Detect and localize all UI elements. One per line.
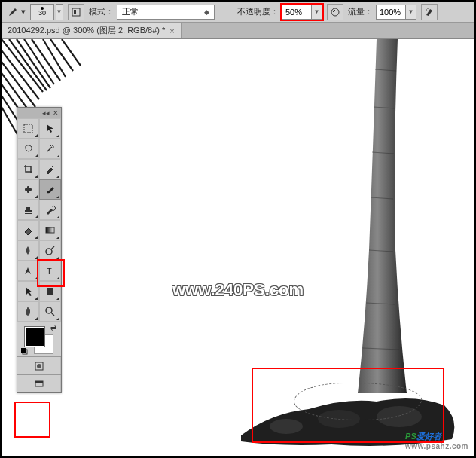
tablet-pressure-opacity-icon[interactable] xyxy=(327,4,343,20)
crop-tool-icon[interactable] xyxy=(17,159,39,179)
zoom-tool-icon[interactable] xyxy=(39,301,61,322)
watermark-text: www.240PS.com xyxy=(172,280,304,300)
path-select-tool-icon[interactable] xyxy=(17,281,39,301)
flow-stepper[interactable]: ▼ xyxy=(406,5,416,20)
hand-tool-icon[interactable] xyxy=(17,301,39,322)
stamp-tool-icon[interactable] xyxy=(17,200,39,220)
document-tabs: 20104292.psd @ 300% (图层 2, RGB/8#) * × xyxy=(2,23,474,39)
move-tool-icon[interactable] xyxy=(39,118,61,139)
opacity-label: 不透明度： xyxy=(237,6,279,17)
svg-line-38 xyxy=(51,313,54,316)
screen-mode-icon[interactable] xyxy=(17,375,61,392)
magic-wand-tool-icon[interactable] xyxy=(39,139,61,159)
swap-colors-icon[interactable]: ⇄ xyxy=(50,324,56,332)
svg-line-16 xyxy=(2,107,18,136)
svg-point-4 xyxy=(427,8,429,9)
close-icon[interactable]: ✕ xyxy=(53,109,59,117)
opacity-stepper[interactable]: ▼ xyxy=(312,5,322,20)
eyedropper-tool-icon[interactable] xyxy=(39,159,61,179)
svg-rect-31 xyxy=(27,186,29,193)
eraser-tool-icon[interactable] xyxy=(17,220,39,240)
svg-rect-29 xyxy=(24,124,32,133)
svg-point-33 xyxy=(46,249,52,255)
svg-point-37 xyxy=(46,307,52,313)
brush-preset-dropdown[interactable]: ▼ xyxy=(56,4,63,20)
opacity-input[interactable]: 50% xyxy=(282,5,312,20)
gradient-tool-icon[interactable] xyxy=(39,220,61,240)
palm-trunk-image xyxy=(354,39,422,393)
opacity-control: 50% ▼ xyxy=(282,5,322,20)
svg-rect-40 xyxy=(21,348,26,353)
brand-url: www.psahz.com xyxy=(405,442,468,450)
tab-title: 20104292.psd @ 300% (图层 2, RGB/8#) * xyxy=(8,25,165,36)
svg-rect-32 xyxy=(46,227,54,233)
dropdown-arrow-icon: ◆ xyxy=(204,8,209,16)
default-colors-icon[interactable] xyxy=(20,347,28,355)
highlight-box-roots xyxy=(252,368,444,443)
highlight-box-foreground-color xyxy=(14,402,50,438)
history-brush-tool-icon[interactable] xyxy=(39,200,61,220)
svg-rect-36 xyxy=(47,288,53,295)
dodge-tool-icon[interactable] xyxy=(39,240,61,261)
svg-rect-1 xyxy=(74,10,76,14)
svg-line-34 xyxy=(51,246,54,249)
svg-point-42 xyxy=(37,364,41,368)
mode-select[interactable]: 正常 ◆ xyxy=(117,5,215,20)
svg-line-18 xyxy=(62,39,81,66)
tools-grid: T xyxy=(17,118,61,322)
flow-label: 流量： xyxy=(348,6,373,17)
svg-point-2 xyxy=(331,8,339,16)
flow-value: 100% xyxy=(380,8,401,17)
opacity-value: 50% xyxy=(285,8,302,17)
blur-tool-icon[interactable] xyxy=(17,240,39,261)
svg-line-8 xyxy=(24,39,54,84)
collapse-icon[interactable]: ◂◂ xyxy=(42,109,50,117)
document-tab[interactable]: 20104292.psd @ 300% (图层 2, RGB/8#) * × xyxy=(2,23,182,38)
brush-tool-icon[interactable] xyxy=(39,179,61,200)
flow-control: 100% ▼ xyxy=(376,5,416,20)
tab-close-icon[interactable]: × xyxy=(169,26,174,35)
lasso-tool-icon[interactable] xyxy=(17,139,39,159)
tools-panel-header[interactable]: ◂◂ ✕ xyxy=(17,108,61,118)
tool-indicator-brush-icon[interactable] xyxy=(6,5,20,19)
brush-preview[interactable]: 30 xyxy=(30,4,54,20)
mode-label: 模式： xyxy=(89,6,114,17)
screen-mode-row xyxy=(17,374,61,392)
canvas[interactable]: www.240PS.com PS爱好者 www.psahz.com xyxy=(2,39,474,456)
flow-input[interactable]: 100% xyxy=(376,5,406,20)
pen-tool-icon[interactable] xyxy=(17,261,39,281)
healing-brush-tool-icon[interactable] xyxy=(17,179,39,200)
quick-mask-row xyxy=(17,356,61,374)
foreground-color-swatch[interactable] xyxy=(25,327,44,347)
tool-preset-dropdown[interactable]: ▾ xyxy=(21,6,27,18)
svg-rect-44 xyxy=(35,381,43,383)
brush-panel-toggle-icon[interactable] xyxy=(68,4,84,20)
highlight-box-brush-tool xyxy=(37,259,65,287)
mode-value: 正常 xyxy=(122,6,139,17)
svg-point-3 xyxy=(426,9,427,11)
airbrush-icon[interactable] xyxy=(421,4,438,20)
brush-size-value: 30 xyxy=(38,10,46,17)
svg-line-17 xyxy=(50,39,73,71)
quick-mask-icon[interactable] xyxy=(17,357,61,374)
marquee-tool-icon[interactable] xyxy=(17,118,39,139)
color-swatches: ⇄ xyxy=(17,322,61,356)
tools-panel: ◂◂ ✕ T ⇄ xyxy=(17,107,62,393)
options-bar: ▾ 30 ▼ 模式： 正常 ◆ 不透明度： 50% ▼ 流量： 100% ▼ xyxy=(2,2,474,23)
